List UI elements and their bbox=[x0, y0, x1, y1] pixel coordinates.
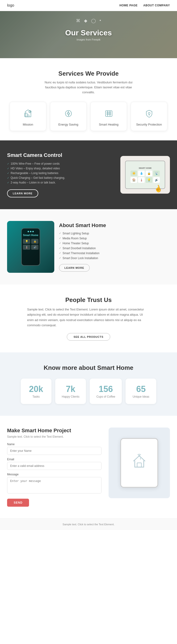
camera-feature-5: 2-way Audio – Listen in or talk back. bbox=[7, 181, 113, 184]
about-feature-6: Smart Door Lock Installation bbox=[59, 256, 170, 260]
project-heading: Make Smart Home Project bbox=[7, 428, 101, 434]
phone-btn-1: 💡 bbox=[23, 239, 30, 244]
hero-section: ⌘ ◆ ◯ • Our Services Images from Freepik bbox=[0, 11, 177, 58]
stat-tasks-number: 20k bbox=[27, 384, 45, 394]
circle-icon: ◯ bbox=[91, 18, 96, 23]
finger-icon: ☝️ bbox=[153, 184, 163, 194]
camera-heading: Smart Camera Control bbox=[7, 152, 113, 158]
name-form-group: Name bbox=[7, 442, 101, 455]
project-subtitle: Sample text. Click to select the Text El… bbox=[7, 435, 101, 438]
about-heading: About Smart Home bbox=[59, 222, 170, 228]
display-icon-8: 🔊 bbox=[153, 177, 160, 183]
security-label: Security Protection bbox=[136, 123, 162, 126]
camera-feature-3: Rechargeable – Long lasting batteries bbox=[7, 172, 113, 175]
camera-text: Smart Camera Control 100% Wire-Free – Fr… bbox=[7, 152, 113, 198]
stat-tasks-label: Tasks bbox=[27, 395, 45, 398]
services-section: Services We Provide Nunc eu turpis id nu… bbox=[0, 58, 177, 140]
phone-btn-4: 🔊 bbox=[31, 245, 39, 250]
about-text: About Smart Home Smart Lighting Setup Me… bbox=[59, 222, 170, 272]
stats-heading: Know more about Smart Home bbox=[7, 364, 170, 372]
about-learn-more-button[interactable]: LEARN MORE bbox=[59, 264, 90, 272]
camera-learn-more-button[interactable]: LEARN MORE bbox=[7, 190, 38, 198]
logo: logo bbox=[7, 3, 14, 8]
message-label: Message bbox=[7, 473, 101, 476]
energy-icon-wrap bbox=[63, 108, 74, 120]
footer-text: Sample text. Click to select the Text El… bbox=[4, 523, 173, 526]
security-icon bbox=[144, 109, 154, 118]
svg-point-9 bbox=[148, 112, 150, 114]
trust-heading: People Trust Us bbox=[7, 296, 170, 304]
nav-home[interactable]: HOME PAGE bbox=[119, 4, 138, 7]
name-input[interactable] bbox=[7, 447, 101, 455]
mission-icon-wrap bbox=[22, 108, 34, 120]
camera-feature-2: HD Video – Enjoy sharp, detailed video bbox=[7, 167, 113, 170]
display-icon-7: 💡 bbox=[146, 177, 152, 183]
message-form-group: Message bbox=[7, 473, 101, 494]
phone-dot-3 bbox=[32, 231, 34, 232]
email-form-group: Email bbox=[7, 458, 101, 470]
smart-home-display-wrap: SMART HOME ☀️ 💧 🔒 📡 🏠 🌡️ 💡 🔊 ☝️ bbox=[125, 161, 165, 189]
send-button[interactable]: SEND bbox=[7, 499, 29, 507]
tablet-mockup-wrap bbox=[120, 438, 158, 488]
service-card-heating: Smart Heating bbox=[90, 102, 127, 131]
display-icon-4: 📡 bbox=[153, 170, 160, 176]
phone-btn-3: 🌡️ bbox=[23, 245, 30, 250]
stat-ideas-label: Unique Ideas bbox=[132, 395, 150, 398]
dot-icon: • bbox=[100, 18, 101, 23]
trust-text: Sample text. Click to select the Text El… bbox=[27, 307, 150, 328]
stat-card-ideas: 65 Unique Ideas bbox=[125, 378, 156, 404]
about-section: Smart Home 💡 🔒 🌡️ 🔊 About Smart Home Sma… bbox=[0, 209, 177, 284]
nav-links: HOME PAGE ABOUT COMPANY bbox=[119, 4, 170, 7]
stat-clients-number: 7k bbox=[62, 384, 80, 394]
about-feature-5: Smart Thermostat Installation bbox=[59, 252, 170, 255]
display-icon-6: 🌡️ bbox=[138, 177, 145, 183]
email-input[interactable] bbox=[7, 462, 101, 470]
about-feature-2: Media Room Setup bbox=[59, 237, 170, 240]
stat-ideas-number: 65 bbox=[132, 384, 150, 394]
display-title: SMART HOME bbox=[139, 167, 152, 169]
stat-card-clients: 7k Happy Clients bbox=[55, 378, 86, 404]
camera-section: Smart Camera Control 100% Wire-Free – Fr… bbox=[0, 140, 177, 209]
facebook-icon: ◆ bbox=[84, 18, 87, 23]
camera-display-box: SMART HOME ☀️ 💧 🔒 📡 🏠 🌡️ 💡 🔊 ☝️ bbox=[120, 156, 170, 194]
svg-rect-3 bbox=[105, 111, 112, 116]
smart-home-display: SMART HOME ☀️ 💧 🔒 📡 🏠 🌡️ 💡 🔊 ☝️ bbox=[125, 161, 165, 189]
service-card-security: Security Protection bbox=[131, 102, 167, 131]
phone-controls: 💡 🔒 🌡️ 🔊 bbox=[23, 239, 39, 250]
tablet-home-icon bbox=[131, 453, 147, 473]
hero-icons: ⌘ ◆ ◯ • bbox=[76, 18, 101, 23]
service-cards: Mission Energy Saving bbox=[7, 102, 170, 131]
name-label: Name bbox=[7, 442, 101, 446]
about-feature-3: Home Theater Setup bbox=[59, 242, 170, 245]
service-card-energy: Energy Saving bbox=[50, 102, 87, 131]
message-textarea[interactable] bbox=[7, 477, 101, 494]
services-heading: Services We Provide bbox=[7, 70, 170, 77]
energy-icon bbox=[64, 109, 73, 118]
email-label: Email bbox=[7, 458, 101, 461]
camera-image: SMART HOME ☀️ 💧 🔒 📡 🏠 🌡️ 💡 🔊 ☝️ bbox=[120, 156, 170, 194]
mission-icon bbox=[23, 109, 33, 118]
camera-features: 100% Wire-Free – Free of power cords HD … bbox=[7, 162, 113, 184]
project-image bbox=[109, 428, 170, 498]
security-icon-wrap bbox=[143, 108, 155, 120]
display-icon-3: 🔒 bbox=[146, 170, 152, 176]
stat-clients-label: Happy Clients bbox=[62, 395, 80, 398]
project-form: Make Smart Home Project Sample text. Cli… bbox=[7, 428, 101, 507]
phone-mockup: Smart Home 💡 🔒 🌡️ 🔊 bbox=[21, 228, 40, 266]
about-features: Smart Lighting Setup Media Room Setup Ho… bbox=[59, 232, 170, 260]
display-icons: ☀️ 💧 🔒 📡 🏠 🌡️ 💡 🔊 bbox=[130, 170, 160, 183]
stats-section: Know more about Smart Home 20k Tasks 7k … bbox=[0, 352, 177, 416]
phone-dots bbox=[28, 231, 34, 232]
energy-label: Energy Saving bbox=[58, 123, 78, 126]
heating-icon-wrap bbox=[103, 108, 115, 120]
hero-subtitle: Images from Freepik bbox=[65, 38, 112, 41]
see-all-products-button[interactable]: SEE ALL PRODUCTS bbox=[67, 333, 110, 340]
navbar: logo HOME PAGE ABOUT COMPANY bbox=[0, 0, 177, 11]
heating-icon bbox=[104, 109, 113, 118]
nav-about[interactable]: ABOUT COMPANY bbox=[143, 4, 170, 7]
stat-coffee-number: 156 bbox=[96, 384, 115, 394]
stat-card-coffee: 156 Cups of Coffee bbox=[90, 378, 122, 404]
camera-feature-1: 100% Wire-Free – Free of power cords bbox=[7, 162, 113, 165]
services-subtitle: Nunc eu turpis id nulla sodales luctus. … bbox=[39, 80, 138, 95]
svg-rect-10 bbox=[137, 463, 141, 467]
